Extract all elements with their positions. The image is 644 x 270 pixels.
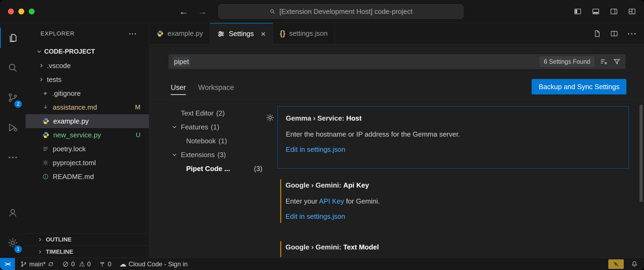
warnings-icon: ⚠	[79, 260, 85, 268]
forward-arrow-icon[interactable]: →	[198, 6, 207, 17]
backup-sync-settings-button[interactable]: Backup and Sync Settings	[532, 79, 626, 94]
cloud-code-status-item[interactable]: ☁ Cloud Code - Sign in	[119, 260, 188, 268]
sidebar-item-explorer[interactable]	[0, 23, 26, 53]
timeline-section-header[interactable]: TIMELINE	[26, 245, 149, 258]
editor-actions: ⋯	[593, 23, 637, 44]
setting-gear-icon[interactable]	[266, 113, 275, 122]
tab-settings-json[interactable]: {} settings.json	[273, 23, 335, 44]
tree-item-new-service-py[interactable]: new_service.py U	[26, 128, 149, 142]
customize-layout-icon[interactable]	[627, 7, 637, 16]
tree-root-code-project[interactable]: CODE-PROJECT	[26, 44, 149, 59]
toc-count: (3)	[254, 165, 262, 173]
traffic-lights	[8, 9, 35, 14]
toc-label: Features	[181, 123, 208, 131]
sidebar-item-search[interactable]	[0, 53, 26, 83]
tree-item-gitignore[interactable]: .gitignore	[26, 86, 149, 100]
toc-item-extensions[interactable]: Extensions (3)	[171, 148, 262, 162]
sidebar-item-more[interactable]	[0, 142, 26, 172]
toc-item-features[interactable]: Features (1)	[171, 120, 262, 134]
toc-count: (1)	[211, 123, 219, 131]
status-bar: >< main* 0 ⚠ 0	[0, 258, 644, 270]
edit-in-settings-json-link[interactable]: Edit in settings.json	[286, 145, 345, 154]
toml-gear-icon	[42, 159, 49, 166]
file-name: assistance.md	[53, 103, 97, 112]
split-editor-icon[interactable]	[610, 29, 618, 38]
problems-status-item[interactable]: 0 ⚠ 0	[62, 260, 91, 268]
api-key-link[interactable]: API Key	[319, 197, 344, 205]
search-icon	[269, 8, 276, 15]
outline-section-header[interactable]: OUTLINE	[26, 233, 149, 245]
python-file-icon	[156, 30, 164, 37]
tab-settings[interactable]: Settings ×	[210, 23, 273, 44]
scrollbar-thumb[interactable]	[639, 105, 643, 202]
tab-example-py[interactable]: example.py	[149, 23, 210, 44]
search-value: pipet	[173, 57, 190, 67]
activity-bar: 2 1	[0, 23, 26, 258]
folder-name: tests	[47, 76, 62, 84]
more-actions-icon[interactable]: ⋯	[627, 28, 637, 39]
setting-category: Google › Gemini:	[286, 181, 343, 189]
sidebar-item-run-debug[interactable]	[0, 113, 26, 142]
errors-icon	[62, 261, 69, 268]
close-tab-icon[interactable]: ×	[261, 30, 266, 38]
toc-item-text-editor[interactable]: Text Editor (2)	[171, 106, 262, 120]
tree-item-pyproject-toml[interactable]: pyproject.toml	[26, 156, 149, 170]
file-name: README.md	[53, 173, 94, 181]
open-settings-json-icon[interactable]	[593, 29, 601, 38]
header-divider	[149, 99, 644, 100]
toc-item-pipet-code[interactable]: Pipet Code ... (3)	[171, 162, 262, 176]
tree-item-vscode[interactable]: .vscode	[26, 59, 149, 73]
edit-in-settings-json-link[interactable]: Edit in settings.json	[286, 212, 345, 221]
clear-search-icon[interactable]	[600, 58, 608, 66]
zoom-window-button[interactable]	[29, 9, 35, 14]
toggle-panel-icon[interactable]	[591, 7, 601, 16]
ports-status-item[interactable]: 0	[99, 260, 111, 268]
setting-description: Enter the hostname or IP address for the…	[286, 129, 621, 139]
back-arrow-icon[interactable]: ←	[179, 6, 189, 17]
toggle-primary-sidebar-icon[interactable]	[573, 7, 583, 16]
setting-row-gemini-api-key[interactable]: Google › Gemini: Api Key Enter your API …	[278, 177, 629, 227]
toggle-secondary-sidebar-icon[interactable]	[609, 7, 619, 16]
tree-item-readme-md[interactable]: README.md	[26, 170, 149, 184]
section-label: TIMELINE	[46, 248, 73, 255]
branch-status-item[interactable]: main*	[20, 260, 54, 268]
tree-item-assistance-md[interactable]: assistance.md M	[26, 100, 149, 114]
sidebar-item-accounts[interactable]	[0, 198, 26, 228]
explorer-title: EXPLORER	[40, 30, 75, 37]
remote-indicator[interactable]: ><	[0, 258, 15, 270]
source-control-badge: 2	[14, 100, 22, 108]
setting-row-gemma-service-host[interactable]: Gemma › Service: Host Enter the hostname…	[278, 106, 629, 169]
bolt-disabled-status-item[interactable]	[608, 259, 624, 269]
tab-user[interactable]: User	[171, 84, 186, 95]
sidebar-item-source-control[interactable]: 2	[0, 83, 26, 113]
chevron-down-icon	[36, 49, 42, 54]
tab-label: example.py	[168, 29, 203, 38]
settings-search-input[interactable]: pipet 6 Settings Found	[169, 54, 625, 69]
python-file-icon	[42, 117, 50, 125]
layout-controls	[573, 0, 637, 23]
history-nav: ← →	[179, 0, 207, 23]
toc-item-notebook[interactable]: Notebook (1)	[171, 134, 262, 148]
toc-label: Pipet Code ...	[186, 165, 230, 173]
sidebar-item-settings[interactable]: 1	[0, 228, 26, 258]
close-window-button[interactable]	[8, 9, 14, 14]
tree-item-poetry-lock[interactable]: poetry.lock	[26, 142, 149, 156]
setting-name: Api Key	[343, 181, 369, 189]
minimize-window-button[interactable]	[18, 9, 24, 14]
tree-item-tests[interactable]: tests	[26, 73, 149, 86]
chevron-right-icon	[37, 249, 43, 255]
editor-area: example.py Settings × {} settings.json	[149, 23, 644, 258]
tab-strip: example.py Settings × {} settings.json	[149, 23, 644, 44]
tab-workspace[interactable]: Workspace	[198, 84, 234, 95]
setting-row-gemini-text-model[interactable]: Google › Gemini: Text Model	[278, 239, 629, 259]
tree-item-example-py[interactable]: example.py	[26, 114, 149, 128]
command-center[interactable]: [Extension Development Host] code-projec…	[218, 4, 463, 19]
section-label: OUTLINE	[46, 236, 72, 243]
chevron-down-icon	[171, 124, 178, 130]
errors-count: 0	[71, 260, 75, 268]
notifications-bell-icon[interactable]	[631, 260, 638, 268]
filter-icon[interactable]	[613, 58, 621, 66]
explorer-more-actions-icon[interactable]: ⋯	[128, 29, 137, 39]
json-braces-icon: {}	[280, 29, 286, 38]
files-icon	[7, 32, 18, 43]
